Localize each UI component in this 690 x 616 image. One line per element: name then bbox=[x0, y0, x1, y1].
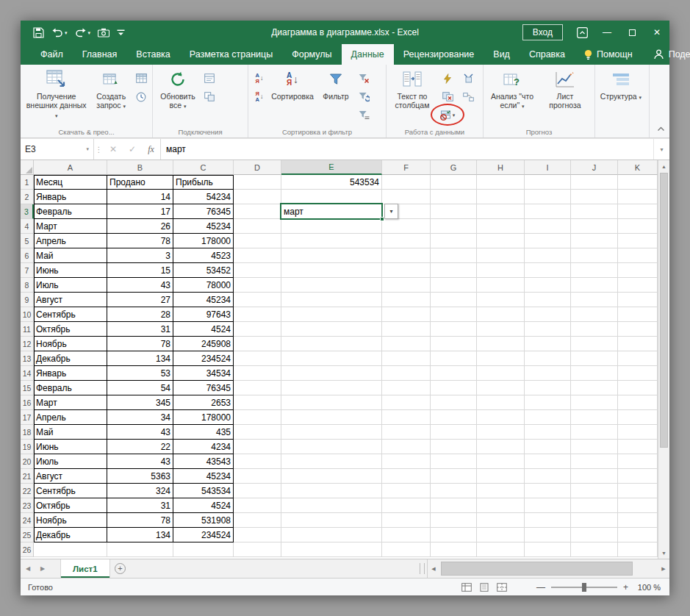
cell[interactable] bbox=[525, 175, 571, 190]
cell[interactable] bbox=[571, 322, 618, 337]
cell[interactable] bbox=[382, 175, 431, 190]
row-header[interactable]: 25 bbox=[21, 528, 34, 542]
cell[interactable] bbox=[234, 395, 281, 410]
insert-function-icon[interactable]: fx bbox=[142, 139, 161, 160]
column-header[interactable]: A bbox=[34, 160, 107, 175]
zoom-slider[interactable] bbox=[551, 587, 617, 588]
cell[interactable]: Ноябрь bbox=[34, 513, 107, 528]
cell[interactable] bbox=[382, 307, 431, 322]
formula-bar-expand-icon[interactable]: ▾ bbox=[653, 139, 669, 160]
cell[interactable] bbox=[234, 175, 281, 190]
cell[interactable]: 134 bbox=[107, 351, 173, 366]
recent-sources-button[interactable] bbox=[132, 87, 150, 106]
cell[interactable] bbox=[281, 366, 382, 381]
cell[interactable] bbox=[571, 454, 618, 469]
cell[interactable]: Октябрь bbox=[34, 322, 107, 337]
clear-filter-button[interactable] bbox=[355, 69, 373, 87]
column-header[interactable]: H bbox=[477, 160, 525, 175]
cell[interactable] bbox=[618, 190, 658, 204]
cell[interactable] bbox=[477, 234, 525, 248]
cell[interactable] bbox=[173, 542, 234, 557]
cell[interactable] bbox=[525, 204, 571, 219]
cell[interactable]: Август bbox=[34, 469, 107, 484]
cell[interactable] bbox=[382, 528, 431, 542]
column-header[interactable]: J bbox=[571, 160, 618, 175]
cell[interactable] bbox=[382, 395, 431, 410]
cell[interactable]: Январь bbox=[34, 366, 107, 381]
cell[interactable] bbox=[477, 278, 525, 293]
cell[interactable] bbox=[382, 484, 431, 498]
cell[interactable] bbox=[525, 410, 571, 425]
column-header[interactable]: I bbox=[525, 160, 571, 175]
cell[interactable] bbox=[382, 278, 431, 293]
cell[interactable] bbox=[525, 190, 571, 204]
cell[interactable] bbox=[618, 498, 658, 513]
cell[interactable] bbox=[234, 484, 281, 498]
cell[interactable] bbox=[571, 484, 618, 498]
cell[interactable] bbox=[618, 337, 658, 351]
cell[interactable] bbox=[281, 454, 382, 469]
row-header[interactable]: 24 bbox=[21, 513, 34, 528]
cell[interactable]: 43 bbox=[107, 278, 173, 293]
cell[interactable] bbox=[525, 322, 571, 337]
undo-button[interactable]: ▾ bbox=[48, 21, 71, 44]
cell[interactable] bbox=[234, 190, 281, 204]
tell-me-box[interactable]: Помощн bbox=[575, 44, 642, 65]
cell[interactable]: Май bbox=[34, 425, 107, 440]
cell[interactable] bbox=[477, 542, 525, 557]
cell[interactable] bbox=[525, 278, 571, 293]
row-header[interactable]: 21 bbox=[21, 469, 34, 484]
show-queries-button[interactable] bbox=[132, 69, 150, 87]
horizontal-scrollbar[interactable]: ◀ ▶ bbox=[427, 559, 669, 578]
cell[interactable] bbox=[382, 410, 431, 425]
customize-quick-access-button[interactable] bbox=[113, 21, 129, 44]
cell[interactable] bbox=[618, 307, 658, 322]
row-header[interactable]: 7 bbox=[21, 263, 34, 278]
cell[interactable] bbox=[234, 498, 281, 513]
relationships-button[interactable] bbox=[459, 87, 477, 106]
cell[interactable] bbox=[281, 513, 382, 528]
cell[interactable]: Июнь bbox=[34, 440, 107, 454]
cell[interactable] bbox=[382, 351, 431, 366]
cell[interactable] bbox=[382, 219, 431, 234]
vertical-scrollbar-thumb[interactable] bbox=[660, 173, 668, 448]
cell[interactable] bbox=[571, 440, 618, 454]
scroll-up-icon[interactable]: ▲ bbox=[658, 160, 669, 172]
cell[interactable] bbox=[618, 366, 658, 381]
cell[interactable]: Продано bbox=[107, 175, 173, 190]
cell[interactable] bbox=[431, 498, 477, 513]
column-header[interactable]: C bbox=[173, 160, 234, 175]
cell[interactable] bbox=[618, 204, 658, 219]
chevron-down-icon[interactable]: ▾ bbox=[86, 146, 89, 152]
cell[interactable] bbox=[571, 307, 618, 322]
cell[interactable] bbox=[431, 322, 477, 337]
cell[interactable] bbox=[431, 351, 477, 366]
cell[interactable]: Сентябрь bbox=[34, 484, 107, 498]
tab-home[interactable]: Главная bbox=[73, 44, 127, 65]
cell[interactable]: 4524 bbox=[173, 322, 234, 337]
cell[interactable] bbox=[571, 175, 618, 190]
cell[interactable] bbox=[618, 454, 658, 469]
cell[interactable] bbox=[571, 204, 618, 219]
cell[interactable] bbox=[281, 337, 382, 351]
column-header[interactable]: G bbox=[431, 160, 477, 175]
row-header[interactable]: 1 bbox=[21, 175, 34, 190]
reapply-filter-button[interactable] bbox=[355, 87, 373, 106]
cell[interactable] bbox=[234, 204, 281, 219]
tab-insert[interactable]: Вставка bbox=[126, 44, 179, 65]
cell[interactable] bbox=[618, 175, 658, 190]
cell[interactable] bbox=[281, 469, 382, 484]
cell[interactable] bbox=[618, 278, 658, 293]
cell[interactable] bbox=[431, 395, 477, 410]
row-header[interactable]: 15 bbox=[21, 381, 34, 395]
cell[interactable]: 234524 bbox=[173, 351, 234, 366]
cell[interactable] bbox=[525, 219, 571, 234]
cell[interactable] bbox=[234, 528, 281, 542]
cell[interactable]: 234524 bbox=[173, 528, 234, 542]
cell[interactable]: Апрель bbox=[34, 234, 107, 248]
cell[interactable] bbox=[281, 381, 382, 395]
cell[interactable] bbox=[281, 322, 382, 337]
row-header[interactable]: 11 bbox=[21, 322, 34, 337]
cell[interactable] bbox=[477, 395, 525, 410]
cell[interactable] bbox=[382, 498, 431, 513]
